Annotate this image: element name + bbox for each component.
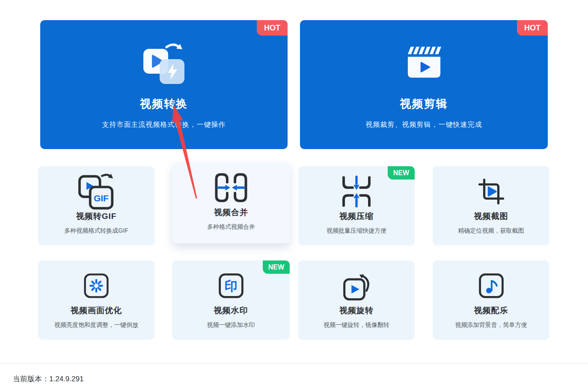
card-video-optimize[interactable]: 视频画面优化 视频亮度饱和度调整，一键倒放 [38,260,154,340]
video-toolbox-home: HOT 视频转换 支持市面主流视频格式转换，一键操作 HOT [0,0,588,392]
card-subtitle: 视频添加背景音，简单方便 [433,321,549,329]
card-subtitle: 多种视频格式转换成GIF [38,227,154,235]
video-watermark-icon: 印 [172,272,290,300]
card-video-rotate[interactable]: 视频旋转 视频一键旋转，镜像翻转 [298,260,415,340]
new-badge: NEW [263,260,290,274]
version-label: 当前版本：1.24.9.291 [13,374,83,384]
card-subtitle: 视频一键添加水印 [172,321,290,329]
video-to-gif-icon: GIF [38,177,154,206]
svg-text:GIF: GIF [94,193,109,203]
card-title: 视频合并 [172,207,290,218]
card-title: 视频转GIF [38,211,154,222]
card-video-music[interactable]: 视频配乐 视频添加背景音，简单方便 [433,260,549,340]
card-subtitle: 视频亮度饱和度调整，一键倒放 [38,321,154,329]
new-badge: NEW [388,166,415,180]
video-convert-icon [40,42,288,85]
card-title: 视频配乐 [433,305,549,316]
card-subtitle: 视频批量压缩快捷方便 [298,227,415,235]
svg-text:印: 印 [224,278,237,293]
video-optimize-icon [38,272,154,300]
card-title: 视频截图 [433,211,549,222]
card-title: 视频水印 [172,305,290,316]
card-subtitle: 视频裁剪、视频剪辑，一键快速完成 [300,120,548,129]
card-subtitle: 多种格式视频合并 [172,223,290,231]
card-video-to-gif[interactable]: GIF 视频转GIF 多种视频格式转换成GIF [38,166,154,245]
hot-badge: HOT [257,20,288,36]
video-compress-icon [298,177,415,206]
card-video-convert[interactable]: HOT 视频转换 支持市面主流视频格式转换，一键操作 [40,20,288,149]
card-subtitle: 支持市面主流视频格式转换，一键操作 [40,120,288,129]
hot-badge: HOT [517,20,548,36]
video-music-icon [433,272,549,300]
card-video-watermark[interactable]: NEW 印 视频水印 视频一键添加水印 [172,260,290,340]
card-video-edit[interactable]: HOT 视频剪辑 视频裁剪、视频剪辑，一键快速完成 [300,20,548,149]
card-subtitle: 视频一键旋转，镜像翻转 [298,321,415,329]
clapperboard-icon [300,42,548,85]
card-title: 视频画面优化 [38,305,154,316]
card-title: 视频旋转 [298,305,415,316]
video-screenshot-icon [433,177,549,206]
status-bar: 当前版本：1.24.9.291 [0,363,588,392]
card-title: 视频压缩 [298,211,415,222]
card-title: 视频剪辑 [300,96,548,111]
card-subtitle: 精确定位视频，获取截图 [433,227,549,235]
video-merge-icon [172,174,290,202]
card-title: 视频转换 [40,96,288,111]
card-video-merge[interactable]: 视频合并 多种格式视频合并 [172,162,290,243]
video-rotate-icon [298,272,415,300]
card-video-compress[interactable]: NEW 视频压缩 视频批量压缩快捷方便 [298,166,415,245]
card-video-screenshot[interactable]: 视频截图 精确定位视频，获取截图 [433,166,549,245]
